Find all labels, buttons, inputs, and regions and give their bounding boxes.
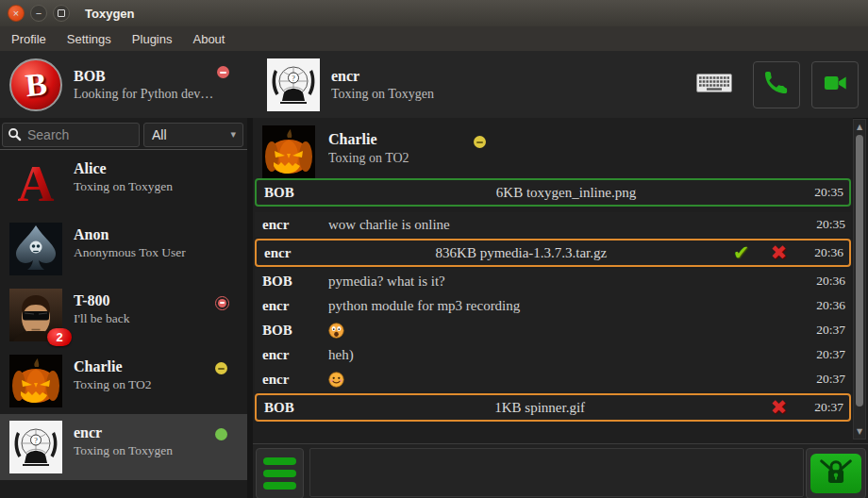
- self-profile[interactable]: B BOB Looking for Python dev…: [0, 51, 247, 118]
- file-actions: ✖: [749, 398, 787, 418]
- message-time: 20:35: [804, 217, 851, 232]
- unread-badge: 2: [47, 328, 72, 346]
- send-button[interactable]: [810, 454, 861, 493]
- maximize-icon: [58, 9, 65, 17]
- window-maximize-button[interactable]: [53, 5, 70, 22]
- send-button-panel: [806, 448, 866, 498]
- message-text: pymedia? what is it?: [328, 274, 804, 290]
- contact-row-encr[interactable]: ?encrToxing on Toxygen: [0, 414, 247, 480]
- chevron-down-icon: ▾: [230, 128, 236, 141]
- self-avatar: B: [9, 58, 62, 111]
- message-text: python module for mp3 recording: [328, 298, 804, 314]
- peer-card-status-message: Toxing on TO2: [328, 150, 409, 167]
- message-text: wow charlie is online: [328, 217, 804, 233]
- menu-settings[interactable]: Settings: [58, 32, 121, 46]
- contact-info: T-800I'll be back: [74, 291, 129, 327]
- message-row: encrwow charlie is online20:35: [255, 212, 851, 237]
- contact-info: AliceToxing on Toxygen: [74, 159, 173, 195]
- search-input[interactable]: [25, 126, 133, 143]
- message-row: encrheh)20:37: [255, 342, 851, 367]
- message-sender: BOB: [255, 323, 328, 339]
- contact-row-alice[interactable]: AAliceToxing on Toxygen: [0, 150, 247, 216]
- contact-avatar: [9, 355, 62, 407]
- window-minimize-button[interactable]: −: [30, 5, 47, 22]
- contact-avatar: [9, 223, 62, 275]
- message-time: 20:37: [804, 323, 851, 338]
- contact-status-message: Toxing on Toxygen: [74, 442, 173, 459]
- message-time: 20:37: [804, 347, 851, 362]
- accept-file-button[interactable]: ✔: [733, 243, 750, 263]
- message-row: encr20:37: [255, 367, 851, 391]
- window-title: Toxygen: [85, 7, 135, 21]
- video-call-button[interactable]: [811, 61, 859, 108]
- svg-text:?: ?: [34, 437, 38, 445]
- message-row: BOB1KB spinner.gif✖20:37: [255, 393, 851, 422]
- chat-peer-card[interactable]: Charlie Toxing on TO2: [253, 121, 853, 179]
- message-time: 20:36: [804, 274, 851, 289]
- message-sender: BOB: [255, 274, 328, 290]
- scroll-up-arrow[interactable]: ▲: [854, 121, 865, 133]
- contact-name: Alice: [74, 159, 173, 178]
- audio-call-button[interactable]: [753, 61, 800, 108]
- message-row: encr836KB pymedia-1.3.7.3.tar.gz✔✖20:36: [255, 239, 851, 267]
- window-titlebar: × − Toxygen: [0, 0, 868, 27]
- smiley-smile-icon: [328, 372, 804, 388]
- file-actions: ✔✖: [712, 243, 787, 263]
- contact-row-t-800[interactable]: 2T-800I'll be back: [0, 282, 247, 348]
- message-sender: encr: [257, 245, 330, 261]
- composer-bar: [253, 443, 868, 498]
- secure-send-lock-icon: [814, 456, 858, 491]
- message-input[interactable]: [309, 448, 804, 497]
- chat-scrollbar[interactable]: ▲ ▼: [853, 119, 866, 440]
- scrollbar-thumb[interactable]: [856, 135, 863, 407]
- contact-info: CharlieToxing on TO2: [74, 357, 152, 393]
- chat-menu-button[interactable]: [256, 448, 304, 498]
- contact-name: encr: [74, 423, 173, 442]
- active-contact-name: encr: [331, 67, 434, 86]
- scroll-down-arrow[interactable]: ▼: [854, 425, 865, 438]
- contact-avatar: ?: [9, 421, 62, 473]
- menu-profile[interactable]: Profile: [2, 32, 56, 46]
- chat-area: Charlie Toxing on TO2 BOB6KB toxygen_inl…: [253, 118, 853, 443]
- file-name: 1KB spinner.gif: [330, 400, 749, 416]
- peer-card-status-away-icon: [474, 136, 486, 148]
- message-time: 20:35: [802, 185, 849, 200]
- message-sender: encr: [255, 372, 328, 388]
- contact-filter-dropdown[interactable]: All ▾: [143, 123, 243, 147]
- contact-name: T-800: [74, 291, 129, 310]
- contact-avatar: A: [9, 157, 62, 209]
- menu-bar: Profile Settings Plugins About: [0, 26, 868, 51]
- contact-name: Charlie: [74, 357, 152, 376]
- decline-file-button[interactable]: ✖: [770, 398, 787, 418]
- contact-filter-value: All: [152, 127, 230, 142]
- window-close-button[interactable]: ×: [8, 5, 25, 22]
- contact-info: AnonAnonymous Tox User: [74, 225, 186, 261]
- message-sender: encr: [255, 298, 328, 314]
- message-sender: encr: [255, 347, 328, 363]
- contact-list: AAliceToxing on ToxygenAnonAnonymous Tox…: [0, 150, 247, 480]
- active-contact-status-message: Toxing on Toxygen: [331, 86, 434, 103]
- contact-name: Anon: [74, 225, 186, 244]
- phone-icon: [762, 69, 791, 101]
- contact-info: encrToxing on Toxygen: [74, 423, 173, 459]
- menu-about[interactable]: About: [183, 32, 234, 46]
- message-text: heh): [328, 347, 804, 363]
- search-box: [2, 123, 140, 147]
- message-time: 20:36: [802, 245, 849, 260]
- decline-file-button[interactable]: ✖: [770, 243, 787, 263]
- menu-plugins[interactable]: Plugins: [123, 32, 182, 46]
- keyboard-icon[interactable]: [696, 74, 732, 96]
- video-camera-icon: [820, 70, 850, 100]
- self-status-message: Looking for Python dev…: [74, 86, 213, 103]
- close-icon: ×: [13, 8, 19, 19]
- contacts-sidebar: All ▾ AAliceToxing on ToxygenAnonAnonymo…: [0, 118, 247, 498]
- contact-row-charlie[interactable]: CharlieToxing on TO2: [0, 348, 247, 414]
- message-sender: BOB: [257, 400, 330, 416]
- message-row: BOB6KB toxygen_inline.png20:35: [255, 178, 851, 207]
- smiley-shocked-icon: [328, 323, 804, 339]
- file-name: 6KB toxygen_inline.png: [330, 185, 802, 201]
- active-contact-avatar: ?: [267, 58, 320, 111]
- contact-row-anon[interactable]: AnonAnonymous Tox User: [0, 216, 247, 282]
- message-sender: encr: [255, 217, 328, 233]
- minimize-icon: −: [36, 8, 42, 19]
